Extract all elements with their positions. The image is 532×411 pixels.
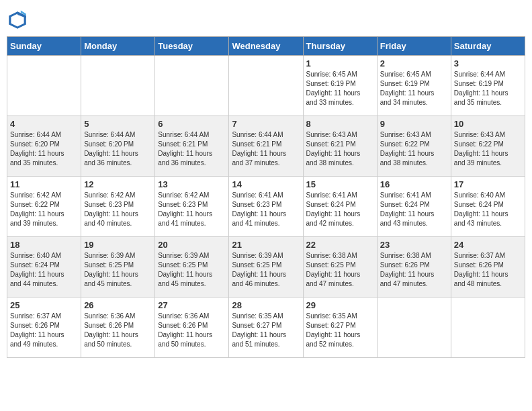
day-info: Sunrise: 6:41 AM Sunset: 6:24 PM Dayligh… — [306, 191, 374, 228]
day-info: Sunrise: 6:45 AM Sunset: 6:19 PM Dayligh… — [306, 70, 374, 107]
day-info: Sunrise: 6:35 AM Sunset: 6:27 PM Dayligh… — [232, 312, 300, 349]
day-cell: 21Sunrise: 6:39 AM Sunset: 6:25 PM Dayli… — [229, 237, 303, 298]
day-cell: 8Sunrise: 6:43 AM Sunset: 6:21 PM Daylig… — [303, 116, 377, 177]
header-cell-thursday: Thursday — [303, 37, 377, 56]
header-cell-friday: Friday — [377, 37, 451, 56]
header-row: SundayMondayTuesdayWednesdayThursdayFrid… — [7, 37, 525, 56]
day-cell: 18Sunrise: 6:40 AM Sunset: 6:24 PM Dayli… — [7, 237, 81, 298]
day-number: 24 — [454, 240, 522, 250]
day-number: 22 — [306, 240, 374, 250]
day-cell — [451, 298, 525, 358]
day-info: Sunrise: 6:36 AM Sunset: 6:26 PM Dayligh… — [84, 312, 152, 349]
header-cell-monday: Monday — [81, 37, 155, 56]
day-number: 26 — [84, 300, 152, 310]
day-number: 8 — [306, 119, 374, 129]
day-cell: 23Sunrise: 6:38 AM Sunset: 6:26 PM Dayli… — [377, 237, 451, 298]
day-cell: 14Sunrise: 6:41 AM Sunset: 6:23 PM Dayli… — [229, 177, 303, 237]
day-cell — [81, 56, 155, 116]
day-info: Sunrise: 6:44 AM Sunset: 6:21 PM Dayligh… — [232, 130, 300, 168]
day-number: 7 — [232, 119, 300, 129]
day-cell: 28Sunrise: 6:35 AM Sunset: 6:27 PM Dayli… — [229, 298, 303, 358]
week-row-0: 1Sunrise: 6:45 AM Sunset: 6:19 PM Daylig… — [7, 56, 525, 116]
day-cell: 20Sunrise: 6:39 AM Sunset: 6:25 PM Dayli… — [155, 237, 229, 298]
day-info: Sunrise: 6:42 AM Sunset: 6:22 PM Dayligh… — [10, 191, 78, 228]
day-cell: 9Sunrise: 6:43 AM Sunset: 6:22 PM Daylig… — [377, 116, 451, 177]
day-number: 25 — [10, 300, 78, 310]
logo — [7, 9, 31, 31]
day-number: 3 — [454, 58, 522, 68]
day-cell: 4Sunrise: 6:44 AM Sunset: 6:20 PM Daylig… — [7, 116, 81, 177]
header-cell-tuesday: Tuesday — [155, 37, 229, 56]
day-info: Sunrise: 6:44 AM Sunset: 6:20 PM Dayligh… — [84, 130, 152, 168]
day-cell: 10Sunrise: 6:43 AM Sunset: 6:22 PM Dayli… — [451, 116, 525, 177]
day-number: 5 — [84, 119, 152, 129]
day-cell: 11Sunrise: 6:42 AM Sunset: 6:22 PM Dayli… — [7, 177, 81, 237]
day-info: Sunrise: 6:38 AM Sunset: 6:25 PM Dayligh… — [306, 251, 374, 289]
day-cell: 24Sunrise: 6:37 AM Sunset: 6:26 PM Dayli… — [451, 237, 525, 298]
week-row-2: 11Sunrise: 6:42 AM Sunset: 6:22 PM Dayli… — [7, 177, 525, 237]
day-info: Sunrise: 6:37 AM Sunset: 6:26 PM Dayligh… — [454, 251, 522, 289]
day-info: Sunrise: 6:39 AM Sunset: 6:25 PM Dayligh… — [232, 251, 300, 289]
day-cell: 7Sunrise: 6:44 AM Sunset: 6:21 PM Daylig… — [229, 116, 303, 177]
day-number: 27 — [158, 300, 226, 310]
day-info: Sunrise: 6:44 AM Sunset: 6:20 PM Dayligh… — [10, 130, 78, 168]
day-number: 12 — [84, 179, 152, 189]
day-cell: 2Sunrise: 6:45 AM Sunset: 6:19 PM Daylig… — [377, 56, 451, 116]
day-cell: 19Sunrise: 6:39 AM Sunset: 6:25 PM Dayli… — [81, 237, 155, 298]
day-cell: 22Sunrise: 6:38 AM Sunset: 6:25 PM Dayli… — [303, 237, 377, 298]
day-info: Sunrise: 6:41 AM Sunset: 6:24 PM Dayligh… — [380, 191, 448, 228]
day-cell: 6Sunrise: 6:44 AM Sunset: 6:21 PM Daylig… — [155, 116, 229, 177]
header-cell-sunday: Sunday — [7, 37, 81, 56]
day-info: Sunrise: 6:37 AM Sunset: 6:26 PM Dayligh… — [10, 312, 78, 349]
day-cell — [155, 56, 229, 116]
day-info: Sunrise: 6:40 AM Sunset: 6:24 PM Dayligh… — [10, 251, 78, 289]
day-number: 6 — [158, 119, 226, 129]
day-info: Sunrise: 6:39 AM Sunset: 6:25 PM Dayligh… — [84, 251, 152, 289]
day-cell: 17Sunrise: 6:40 AM Sunset: 6:24 PM Dayli… — [451, 177, 525, 237]
day-info: Sunrise: 6:43 AM Sunset: 6:22 PM Dayligh… — [454, 130, 522, 168]
day-number: 10 — [454, 119, 522, 129]
day-cell: 5Sunrise: 6:44 AM Sunset: 6:20 PM Daylig… — [81, 116, 155, 177]
day-info: Sunrise: 6:43 AM Sunset: 6:21 PM Dayligh… — [306, 130, 374, 168]
day-number: 19 — [84, 240, 152, 250]
day-number: 28 — [232, 300, 300, 310]
day-info: Sunrise: 6:40 AM Sunset: 6:24 PM Dayligh… — [454, 191, 522, 228]
week-row-1: 4Sunrise: 6:44 AM Sunset: 6:20 PM Daylig… — [7, 116, 525, 177]
day-number: 4 — [10, 119, 78, 129]
page-header — [7, 7, 525, 31]
day-cell: 12Sunrise: 6:42 AM Sunset: 6:23 PM Dayli… — [81, 177, 155, 237]
day-cell: 16Sunrise: 6:41 AM Sunset: 6:24 PM Dayli… — [377, 177, 451, 237]
day-number: 16 — [380, 179, 448, 189]
week-row-3: 18Sunrise: 6:40 AM Sunset: 6:24 PM Dayli… — [7, 237, 525, 298]
day-cell — [7, 56, 81, 116]
day-number: 1 — [306, 58, 374, 68]
day-number: 23 — [380, 240, 448, 250]
day-number: 29 — [306, 300, 374, 310]
day-number: 14 — [232, 179, 300, 189]
calendar-table: SundayMondayTuesdayWednesdayThursdayFrid… — [7, 36, 525, 358]
day-info: Sunrise: 6:39 AM Sunset: 6:25 PM Dayligh… — [158, 251, 226, 289]
day-info: Sunrise: 6:42 AM Sunset: 6:23 PM Dayligh… — [158, 191, 226, 228]
day-info: Sunrise: 6:35 AM Sunset: 6:27 PM Dayligh… — [306, 312, 374, 349]
calendar-body: 1Sunrise: 6:45 AM Sunset: 6:19 PM Daylig… — [7, 56, 525, 358]
day-number: 9 — [380, 119, 448, 129]
day-number: 18 — [10, 240, 78, 250]
day-cell: 13Sunrise: 6:42 AM Sunset: 6:23 PM Dayli… — [155, 177, 229, 237]
day-cell — [229, 56, 303, 116]
day-number: 2 — [380, 58, 448, 68]
logo-icon — [7, 9, 28, 31]
day-info: Sunrise: 6:36 AM Sunset: 6:26 PM Dayligh… — [158, 312, 226, 349]
header-cell-wednesday: Wednesday — [229, 37, 303, 56]
day-cell: 29Sunrise: 6:35 AM Sunset: 6:27 PM Dayli… — [303, 298, 377, 358]
day-number: 11 — [10, 179, 78, 189]
day-info: Sunrise: 6:45 AM Sunset: 6:19 PM Dayligh… — [380, 70, 448, 107]
day-number: 20 — [158, 240, 226, 250]
day-info: Sunrise: 6:44 AM Sunset: 6:19 PM Dayligh… — [454, 70, 522, 107]
week-row-4: 25Sunrise: 6:37 AM Sunset: 6:26 PM Dayli… — [7, 298, 525, 358]
day-cell: 25Sunrise: 6:37 AM Sunset: 6:26 PM Dayli… — [7, 298, 81, 358]
day-number: 21 — [232, 240, 300, 250]
day-cell: 1Sunrise: 6:45 AM Sunset: 6:19 PM Daylig… — [303, 56, 377, 116]
day-info: Sunrise: 6:41 AM Sunset: 6:23 PM Dayligh… — [232, 191, 300, 228]
day-info: Sunrise: 6:42 AM Sunset: 6:23 PM Dayligh… — [84, 191, 152, 228]
day-cell: 3Sunrise: 6:44 AM Sunset: 6:19 PM Daylig… — [451, 56, 525, 116]
